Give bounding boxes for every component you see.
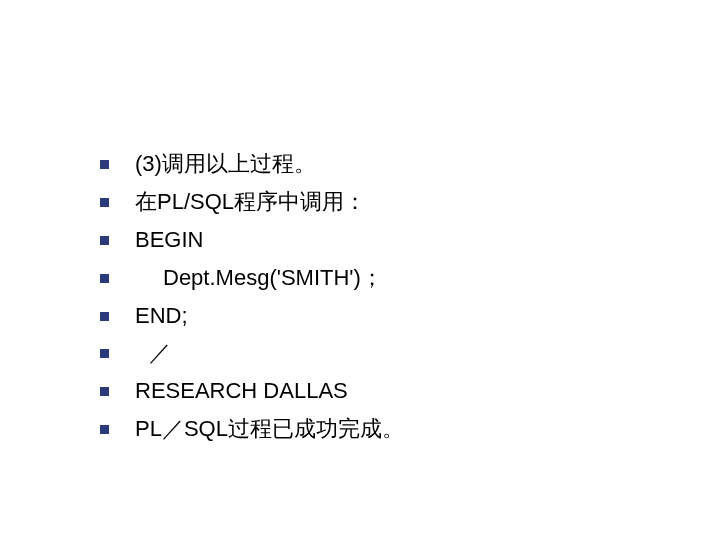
bullet-text: 在PL/SQL程序中调用： [135, 186, 720, 218]
list-item: PL／SQL过程已成功完成。 [100, 413, 720, 445]
bullet-text: PL／SQL过程已成功完成。 [135, 413, 720, 445]
square-bullet-icon [100, 349, 109, 358]
square-bullet-icon [100, 236, 109, 245]
list-item: RESEARCH DALLAS [100, 375, 720, 407]
list-item: Dept.Mesg('SMITH')； [100, 262, 720, 294]
bullet-text: RESEARCH DALLAS [135, 375, 720, 407]
list-item: ／ [100, 337, 720, 369]
bullet-text: BEGIN [135, 224, 720, 256]
square-bullet-icon [100, 425, 109, 434]
list-item: BEGIN [100, 224, 720, 256]
list-item: END; [100, 300, 720, 332]
square-bullet-icon [100, 274, 109, 283]
square-bullet-icon [100, 198, 109, 207]
list-item: (3)调用以上过程。 [100, 148, 720, 180]
bullet-text: (3)调用以上过程。 [135, 148, 720, 180]
square-bullet-icon [100, 160, 109, 169]
bullet-list: (3)调用以上过程。 在PL/SQL程序中调用： BEGIN Dept.Mesg… [100, 148, 720, 445]
bullet-text: ／ [135, 337, 720, 369]
bullet-text: END; [135, 300, 720, 332]
square-bullet-icon [100, 312, 109, 321]
bullet-text: Dept.Mesg('SMITH')； [135, 262, 720, 294]
square-bullet-icon [100, 387, 109, 396]
list-item: 在PL/SQL程序中调用： [100, 186, 720, 218]
